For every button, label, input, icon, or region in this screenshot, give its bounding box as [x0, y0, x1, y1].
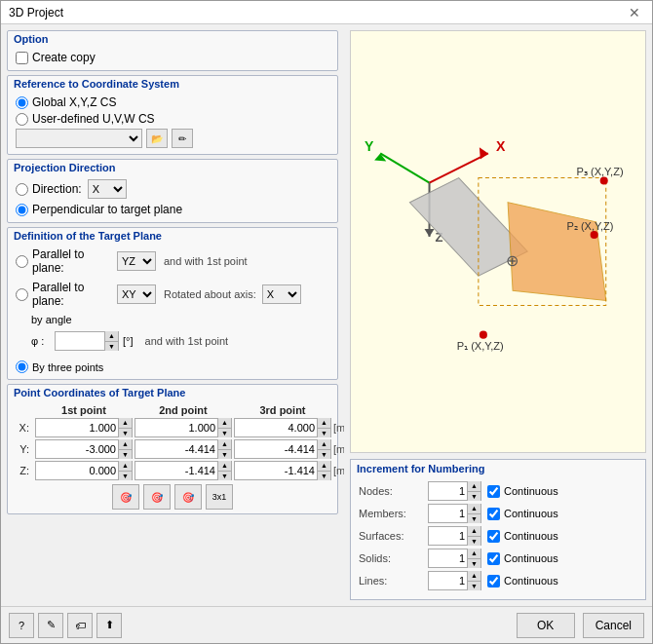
- surfaces-input[interactable]: [429, 530, 467, 542]
- solids-continuous-checkbox[interactable]: [487, 552, 500, 565]
- solids-down-btn[interactable]: ▼: [467, 559, 480, 569]
- y2-down-btn[interactable]: ▼: [217, 450, 231, 460]
- z1-up-btn[interactable]: ▲: [118, 461, 132, 472]
- rotated-axis-select[interactable]: XYZ: [262, 284, 301, 304]
- point-btn1[interactable]: 🎯: [112, 484, 139, 510]
- phi-down-btn[interactable]: ▼: [104, 342, 118, 352]
- x1-input[interactable]: [36, 422, 118, 434]
- members-spinner[interactable]: ▲ ▼: [428, 504, 481, 523]
- members-up-btn[interactable]: ▲: [467, 504, 480, 514]
- lines-continuous-checkbox[interactable]: [487, 575, 500, 587]
- footer-btn1[interactable]: ?: [9, 613, 34, 638]
- nodes-continuous-checkbox[interactable]: [487, 485, 500, 498]
- solids-continuous-label[interactable]: Continuous: [487, 552, 558, 565]
- cs-select[interactable]: [16, 129, 142, 148]
- direction-radio[interactable]: [16, 183, 28, 196]
- x3-up-btn[interactable]: ▲: [317, 418, 330, 429]
- y1-spinner[interactable]: ▲ ▼: [35, 439, 133, 459]
- z3-spinner[interactable]: ▲ ▼: [234, 461, 331, 480]
- cs-icon-btn2[interactable]: ✏: [172, 129, 193, 148]
- z2-up-btn[interactable]: ▲: [217, 461, 231, 472]
- z2-spinner[interactable]: ▲ ▼: [134, 461, 232, 480]
- x3-down-btn[interactable]: ▼: [317, 429, 330, 438]
- solids-spinner[interactable]: ▲ ▼: [428, 549, 481, 568]
- close-button[interactable]: ✕: [625, 5, 644, 20]
- nodes-spinner[interactable]: ▲ ▼: [428, 481, 481, 501]
- global-cs-label[interactable]: Global X,Y,Z CS: [16, 95, 329, 109]
- surfaces-down-btn[interactable]: ▼: [467, 537, 480, 547]
- solids-input[interactable]: [429, 552, 467, 564]
- y2-spinner[interactable]: ▲ ▼: [134, 439, 232, 459]
- y1-input[interactable]: [36, 443, 118, 455]
- user-cs-radio[interactable]: [16, 113, 28, 126]
- surfaces-up-btn[interactable]: ▲: [467, 526, 480, 537]
- members-continuous-label[interactable]: Continuous: [487, 508, 558, 520]
- footer-btn3[interactable]: 🏷: [67, 613, 93, 638]
- y2-input[interactable]: [135, 443, 217, 455]
- parallel2-label-wrap[interactable]: Parallel to plane:: [16, 281, 113, 308]
- parallel2-plane-select[interactable]: XYYZXZ: [117, 284, 156, 304]
- footer-btn4[interactable]: ⬆: [96, 613, 122, 638]
- members-down-btn[interactable]: ▼: [467, 514, 480, 524]
- x2-input[interactable]: [135, 422, 217, 434]
- perpendicular-label-wrap[interactable]: Perpendicular to target plane: [16, 203, 329, 216]
- z1-spinner[interactable]: ▲ ▼: [35, 461, 133, 480]
- y3-spinner[interactable]: ▲ ▼: [234, 439, 331, 459]
- z2-input[interactable]: [135, 465, 217, 476]
- z1-input[interactable]: [36, 465, 118, 476]
- cs-icon-btn1[interactable]: 📂: [146, 129, 168, 148]
- z1-down-btn[interactable]: ▼: [118, 472, 132, 481]
- point-btn2[interactable]: 🎯: [143, 484, 171, 510]
- y1-down-btn[interactable]: ▼: [118, 450, 132, 460]
- parallel1-label-wrap[interactable]: Parallel to plane:: [16, 247, 113, 275]
- y3-input[interactable]: [235, 443, 317, 455]
- ok-button[interactable]: OK: [517, 613, 575, 638]
- lines-down-btn[interactable]: ▼: [467, 582, 480, 591]
- y1-up-btn[interactable]: ▲: [118, 439, 132, 450]
- x3-input[interactable]: [235, 422, 317, 434]
- members-input[interactable]: [429, 508, 467, 519]
- user-cs-label[interactable]: User-defined U,V,W CS: [16, 112, 329, 126]
- lines-up-btn[interactable]: ▲: [467, 571, 480, 582]
- perpendicular-radio[interactable]: [16, 204, 28, 216]
- point-btn3[interactable]: 🎯: [174, 484, 202, 510]
- lines-spinner[interactable]: ▲ ▼: [428, 571, 481, 590]
- nodes-continuous-label[interactable]: Continuous: [487, 485, 558, 498]
- phi-input[interactable]: [56, 335, 104, 347]
- cancel-button[interactable]: Cancel: [583, 613, 644, 638]
- lines-input[interactable]: [429, 575, 467, 587]
- nodes-up-btn[interactable]: ▲: [467, 481, 480, 492]
- by-three-points-radio[interactable]: [16, 360, 28, 373]
- lines-continuous-label[interactable]: Continuous: [487, 575, 558, 587]
- x1-up-btn[interactable]: ▲: [118, 418, 132, 429]
- z2-down-btn[interactable]: ▼: [217, 472, 231, 481]
- footer-btn2[interactable]: ✎: [38, 613, 63, 638]
- z3-down-btn[interactable]: ▼: [317, 472, 330, 481]
- matrix-btn[interactable]: 3x1: [206, 484, 233, 510]
- y3-down-btn[interactable]: ▼: [317, 450, 330, 460]
- nodes-down-btn[interactable]: ▼: [467, 492, 480, 502]
- surfaces-continuous-checkbox[interactable]: [487, 530, 500, 543]
- x2-down-btn[interactable]: ▼: [217, 429, 231, 438]
- phi-up-btn[interactable]: ▲: [104, 331, 118, 342]
- members-continuous-checkbox[interactable]: [487, 508, 500, 520]
- x1-down-btn[interactable]: ▼: [118, 429, 132, 438]
- y2-up-btn[interactable]: ▲: [217, 439, 231, 450]
- create-copy-checkbox[interactable]: [16, 52, 28, 64]
- nodes-input[interactable]: [429, 485, 467, 497]
- phi-spinner[interactable]: ▲ ▼: [55, 331, 119, 351]
- global-cs-radio[interactable]: [16, 96, 28, 109]
- direction-label-wrap[interactable]: Direction:: [16, 182, 82, 196]
- y3-up-btn[interactable]: ▲: [317, 439, 330, 450]
- x3-spinner[interactable]: ▲ ▼: [234, 418, 331, 437]
- z3-input[interactable]: [235, 465, 317, 476]
- x2-spinner[interactable]: ▲ ▼: [134, 418, 232, 437]
- surfaces-continuous-label[interactable]: Continuous: [487, 530, 558, 543]
- surfaces-spinner[interactable]: ▲ ▼: [428, 526, 481, 546]
- create-copy-label[interactable]: Create copy: [16, 51, 329, 64]
- x1-spinner[interactable]: ▲ ▼: [35, 418, 133, 437]
- parallel2-radio[interactable]: [16, 288, 28, 301]
- parallel1-radio[interactable]: [16, 255, 28, 268]
- direction-select[interactable]: X Y Z: [88, 179, 127, 199]
- parallel1-plane-select[interactable]: YZXYXZ: [117, 251, 156, 271]
